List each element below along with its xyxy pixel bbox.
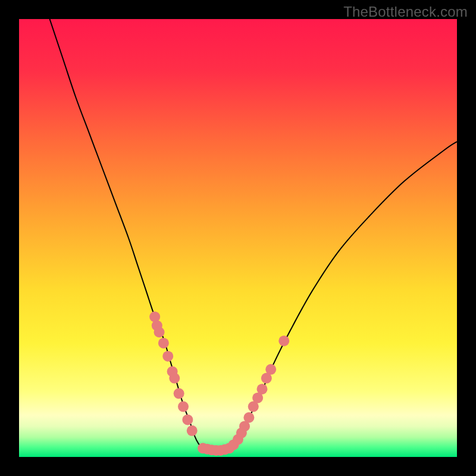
data-point [278,336,289,346]
chart-frame: TheBottleneck.com [0,0,476,476]
data-point [187,425,198,436]
data-point [256,384,267,394]
data-point [158,338,169,349]
data-point [169,373,180,384]
watermark-text: TheBottleneck.com [343,4,468,20]
data-point [174,388,184,399]
data-point [182,414,193,425]
data-point [243,412,254,423]
chart-background [19,19,457,457]
chart-svg [19,19,457,457]
chart-plot [19,19,457,457]
data-point [154,327,165,337]
data-point [162,351,173,362]
data-point [178,401,189,412]
data-point [265,364,276,375]
